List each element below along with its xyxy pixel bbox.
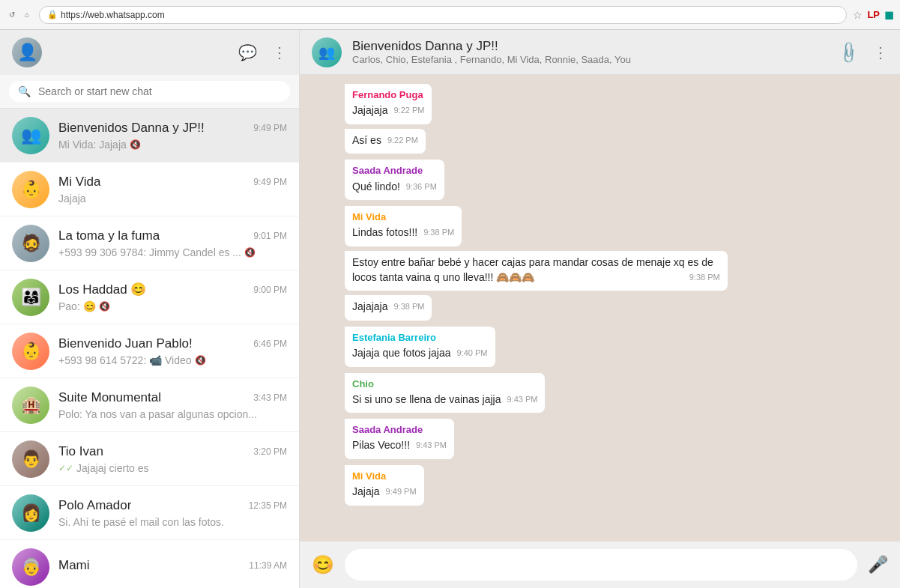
chat-info-top: Mi Vida 9:49 PM [58, 175, 287, 190]
chat-preview-text: +593 99 306 9784: Jimmy Candel es ... [58, 246, 241, 258]
message-group-mivida: Mi Vida Lindas fotos!!! 9:38 PM Estoy en… [345, 206, 855, 322]
msg-text: Estoy entre bañar bebé y hacer cajas par… [352, 256, 713, 283]
chat-time: 11:39 AM [249, 560, 287, 571]
chat-info: Suite Monumental 3:43 PM Polo: Ya nos va… [58, 390, 287, 420]
chat-input-area: 😊 🎤 [300, 542, 900, 588]
chat-info: Mi Vida 9:49 PM Jajaja [58, 175, 287, 204]
chat-preview-text: Jajaja [58, 193, 86, 204]
chat-preview: Jajaja [58, 193, 287, 204]
chat-item-los-haddad[interactable]: 👨‍👩‍👧 Los Haddad 😊 9:00 PM Pao: 😊 🔇 [0, 270, 299, 324]
browser-actions: ☆ LP ◼ [853, 7, 894, 22]
sender-name: Mi Vida [352, 210, 454, 224]
browser-chrome: ↺ ⌂ 🔒 https://web.whatsapp.com ☆ LP ◼ [0, 0, 900, 30]
msg-time: 9:38 PM [689, 272, 720, 283]
menu-icon[interactable]: ⋮ [272, 43, 287, 61]
message-group-saada1: Saada Andrade Qué lindo! 9:36 PM [345, 160, 855, 201]
home-button[interactable]: ⌂ [21, 9, 33, 21]
chat-avatar: 👵 [12, 548, 49, 586]
msg-text: Pilas Veco!!! [352, 439, 410, 451]
address-bar[interactable]: 🔒 https://web.whatsapp.com [39, 6, 847, 24]
sender-name: Mi Vida [352, 470, 417, 483]
chat-name: Tio Ivan [58, 444, 103, 459]
msg-time: 9:49 PM [386, 486, 417, 497]
chat-info: La toma y la fuma 9:01 PM +593 99 306 97… [58, 228, 287, 258]
chat-header: 👥 Bienvenidos Danna y JP!! Carlos, Chio,… [300, 30, 900, 75]
sidebar-header-icons: 💬 ⋮ [238, 43, 287, 61]
bubble-container: Así es 9:22 PM [345, 129, 855, 156]
chat-name: La toma y la fuma [58, 228, 160, 243]
bubble-container: Mi Vida Lindas fotos!!! 9:38 PM [345, 206, 855, 248]
chat-info-top: Polo Amador 12:35 PM [58, 498, 287, 513]
chat-name: Bienvenidos Danna y JP!! [58, 121, 205, 136]
message-group-fernando: Fernando Puga Jajajaja 9:22 PM Así es 9:… [345, 84, 855, 155]
message-bubble: Estoy entre bañar bebé y hacer cajas par… [345, 251, 728, 291]
chat-avatar: 🧔 [12, 225, 49, 262]
double-tick-icon: ✓✓ [58, 463, 73, 473]
msg-text: Lindas fotos!!! [352, 226, 417, 238]
chat-preview: Si. Ahí te pasé el mail con las fotos. [58, 516, 287, 528]
msg-time: 9:36 PM [406, 181, 437, 193]
msg-text: Jajajaja [352, 104, 387, 116]
chat-info-top: Bienvenidos Danna y JP!! 9:49 PM [58, 121, 287, 136]
chat-header-avatar[interactable]: 👥 [312, 37, 342, 67]
msg-text: Si si uno se llena de vainas jajja [352, 393, 501, 405]
chat-name: Mi Vida [58, 175, 100, 190]
chat-item-polo[interactable]: 👩 Polo Amador 12:35 PM Si. Ahí te pasé e… [0, 486, 299, 540]
message-bubble: Así es 9:22 PM [345, 129, 426, 154]
chat-name: Mami [58, 558, 90, 573]
bubble-container: Chio Si si uno se llena de vainas jajja … [345, 373, 855, 415]
chat-item-mami[interactable]: 👵 Mami 11:39 AM [0, 540, 299, 588]
whatsapp-app: 👤 💬 ⋮ 🔍 👥 Bi [0, 30, 900, 588]
message-bubble: Fernando Puga Jajajaja 9:22 PM [345, 84, 432, 124]
chat-preview: ✓✓ Jajajaj cierto es [58, 462, 287, 474]
chat-avatar: 👨 [12, 440, 49, 478]
bubble-container: Estoy entre bañar bebé y hacer cajas par… [345, 251, 855, 292]
sender-name: Estefania Barreiro [352, 331, 488, 345]
extension-icon[interactable]: ◼ [884, 7, 894, 22]
chat-item-suite[interactable]: 🏨 Suite Monumental 3:43 PM Polo: Ya nos … [0, 378, 299, 432]
star-icon[interactable]: ☆ [853, 9, 863, 21]
chat-header-info: Bienvenidos Danna y JP!! Carlos, Chio, E… [352, 39, 829, 65]
search-input[interactable] [38, 85, 281, 97]
message-bubble: Chio Si si uno se llena de vainas jajja … [345, 373, 545, 413]
new-chat-icon[interactable]: 💬 [238, 43, 257, 61]
lastpass-icon[interactable]: LP [867, 9, 880, 20]
message-bubble: Saada Andrade Pilas Veco!!! 9:43 PM [345, 419, 454, 459]
chat-info: Bienvenidos Danna y JP!! 9:49 PM Mi Vida… [58, 121, 287, 151]
chat-name: Suite Monumental [58, 390, 161, 405]
chat-name: Los Haddad 😊 [58, 282, 146, 297]
sidebar: 👤 💬 ⋮ 🔍 👥 Bi [0, 30, 300, 588]
bubble-container: Mi Vida Jajaja 9:49 PM [345, 465, 855, 507]
chat-menu-icon[interactable]: ⋮ [873, 43, 888, 61]
chat-time: 3:43 PM [253, 392, 287, 403]
message-bubble: Estefania Barreiro Jajaja que fotos jaja… [345, 327, 495, 367]
msg-time: 9:22 PM [387, 135, 418, 146]
attach-icon[interactable]: 📎 [836, 39, 862, 65]
chat-item-mi-vida[interactable]: 👶 Mi Vida 9:49 PM Jajaja [0, 163, 299, 216]
msg-time: 9:38 PM [393, 301, 424, 312]
chat-avatar: 👶 [12, 333, 49, 370]
message-input[interactable] [345, 549, 857, 581]
chat-info-top: La toma y la fuma 9:01 PM [58, 228, 287, 243]
chat-item-bienvenidos[interactable]: 👥 Bienvenidos Danna y JP!! 9:49 PM Mi Vi… [0, 109, 299, 163]
chat-item-la-toma[interactable]: 🧔 La toma y la fuma 9:01 PM +593 99 306 … [0, 216, 299, 270]
user-avatar[interactable]: 👤 [12, 37, 42, 67]
bubble-container: Saada Andrade Qué lindo! 9:36 PM [345, 160, 855, 201]
chat-item-tio-ivan[interactable]: 👨 Tio Ivan 3:20 PM ✓✓ Jajajaj cierto es [0, 432, 299, 486]
msg-text: Jajaja [352, 485, 380, 497]
chat-preview: +593 98 614 5722: 📹 Video 🔇 [58, 354, 287, 366]
chat-time: 9:01 PM [253, 231, 287, 241]
bubble-container: Fernando Puga Jajajaja 9:22 PM [345, 84, 855, 126]
emoji-button[interactable]: 😊 [312, 554, 334, 575]
msg-time: 9:22 PM [393, 105, 424, 116]
sender-name: Saada Andrade [352, 423, 447, 437]
chat-item-bienvenido-jp[interactable]: 👶 Bienvenido Juan Pablo! 6:46 PM +593 98… [0, 324, 299, 378]
refresh-button[interactable]: ↺ [6, 9, 18, 21]
mute-icon: 🔇 [130, 139, 141, 150]
bubble-container: Estefania Barreiro Jajaja que fotos jaja… [345, 327, 855, 369]
chat-info: Bienvenido Juan Pablo! 6:46 PM +593 98 6… [58, 336, 287, 366]
bubble-container: Saada Andrade Pilas Veco!!! 9:43 PM [345, 419, 855, 461]
chat-info: Tio Ivan 3:20 PM ✓✓ Jajajaj cierto es [58, 444, 287, 474]
mic-button[interactable]: 🎤 [868, 555, 888, 575]
mute-icon: 🔇 [244, 247, 256, 258]
